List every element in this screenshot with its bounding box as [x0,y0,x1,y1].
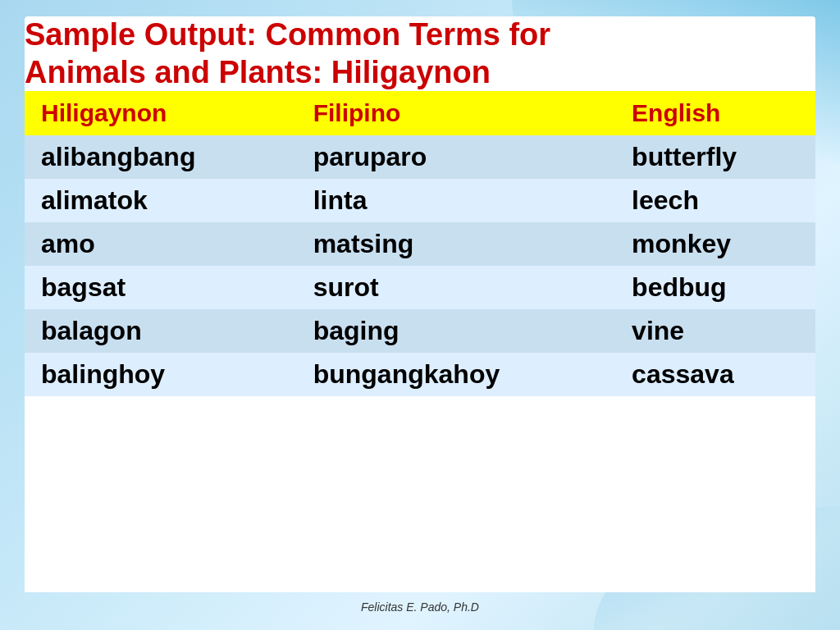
table-cell: bagsat [25,266,297,309]
table-cell: leech [615,179,815,222]
col-header-filipino: Filipino [297,91,615,135]
table-cell: matsing [297,222,615,266]
table-cell: butterfly [615,135,815,179]
table-cell: cassava [615,353,815,396]
footer: Felicitas E. Pado, Ph.D [25,592,815,622]
table-cell: surot [297,266,615,309]
table-row: amomatsingmonkey [25,222,815,266]
table-cell: balagon [25,309,297,353]
table-cell: linta [297,179,615,222]
table-header-row: Hiligaynon Filipino English [25,91,815,135]
table-cell: balinghoy [25,353,297,396]
table-cell: bungangkahoy [297,353,615,396]
table-row: bagsatsurotbedbug [25,266,815,309]
main-table: Hiligaynon Filipino English alibangbangp… [25,91,815,396]
table-cell: paruparo [297,135,615,179]
table-cell: vine [615,309,815,353]
table-cell: amo [25,222,297,266]
title-line2: Animals and Plants: Hiligaynon [25,54,815,92]
table-row: balagonbagingvine [25,309,815,353]
main-container: Sample Output: Common Terms for Animals … [0,0,840,630]
table-body: alibangbangparuparobutterflyalimatoklint… [25,135,815,396]
table-cell: bedbug [615,266,815,309]
table-cell: baging [297,309,615,353]
col-header-hiligaynon: Hiligaynon [25,91,297,135]
table-cell: alimatok [25,179,297,222]
table-row: alibangbangparuparobutterfly [25,135,815,179]
table-row: alimatoklintaleech [25,179,815,222]
title-line1: Sample Output: Common Terms for [25,16,815,54]
table-cell: monkey [615,222,815,266]
table-row: balinghoybungangkahoycassava [25,353,815,396]
table-container: Hiligaynon Filipino English alibangbangp… [25,91,815,592]
title-box: Sample Output: Common Terms for Animals … [25,16,815,91]
table-cell: alibangbang [25,135,297,179]
col-header-english: English [615,91,815,135]
